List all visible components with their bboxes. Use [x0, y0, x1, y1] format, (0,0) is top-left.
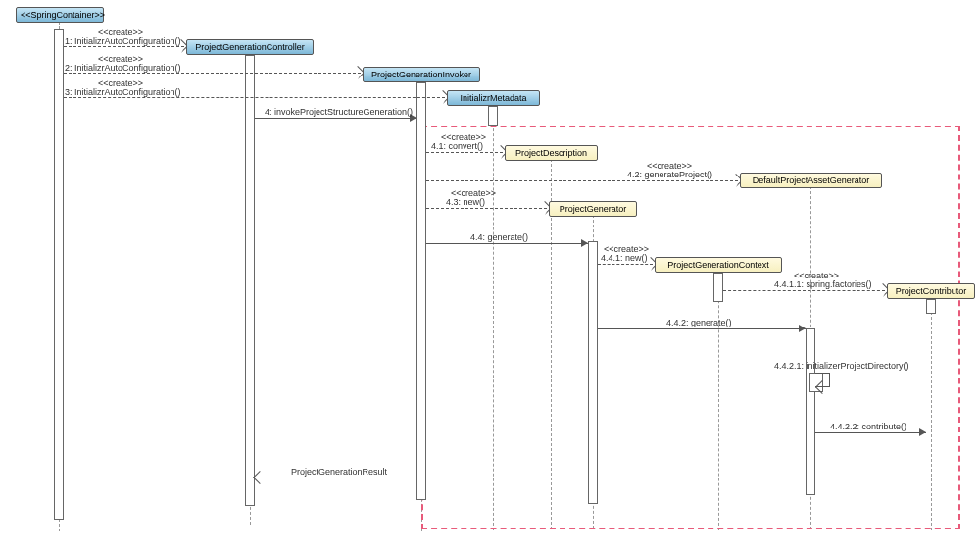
participant-label: ProjectGenerationInvoker	[371, 70, 471, 79]
participant-label: ProjectGenerator	[560, 204, 627, 214]
activation	[416, 82, 426, 500]
arrow-icon	[581, 239, 588, 247]
label: ProjectGenerationResult	[291, 467, 387, 477]
arrow-icon	[799, 325, 806, 332]
label: 4.4.1: new()	[601, 253, 648, 263]
activation	[713, 273, 723, 302]
label: 4.4: generate()	[470, 232, 528, 242]
activation	[588, 241, 598, 504]
msg-create-2	[64, 73, 361, 74]
activation	[54, 29, 64, 520]
arrow-icon	[253, 471, 267, 484]
msg-4-4-2	[598, 328, 806, 329]
participant-label: DefaultProjectAssetGenerator	[753, 176, 870, 185]
participant-default-asset-gen: DefaultProjectAssetGenerator	[740, 173, 882, 188]
participant-project-description: ProjectDescription	[505, 145, 598, 161]
participant-pg-controller: ProjectGenerationController	[186, 39, 314, 55]
participant-label: InitializrMetadata	[460, 93, 526, 103]
label: 1: InitializrAutoConfiguration()	[65, 36, 181, 46]
label: 4.4.2: generate()	[666, 318, 732, 327]
participant-spring-container: <<SpringContainer>>	[16, 7, 104, 23]
msg-4-3	[426, 208, 547, 209]
activation	[806, 328, 815, 495]
activation	[488, 106, 498, 126]
msg-4-1	[426, 152, 503, 153]
participant-pg-context: ProjectGenerationContext	[655, 257, 782, 273]
label: 4.3: new()	[446, 197, 485, 207]
participant-label: ProjectGenerationContext	[667, 260, 769, 270]
msg-create-1	[64, 46, 184, 47]
msg-return	[255, 478, 416, 478]
msg-create-3	[64, 97, 445, 98]
participant-pg-invoker: ProjectGenerationInvoker	[363, 67, 480, 82]
msg-4-4-1-1	[723, 290, 885, 291]
label: 4.4.1.1: spring.factories()	[774, 279, 872, 289]
participant-project-contributor: ProjectContributor	[887, 283, 975, 299]
label: 4: invokeProjectStructureGeneration()	[265, 107, 413, 117]
label: 4.2: generateProject()	[627, 170, 712, 179]
label: 4.4.2.2: contribute()	[830, 422, 906, 431]
msg-4-2	[426, 180, 738, 181]
activation	[926, 299, 936, 314]
arrow-icon	[919, 428, 926, 436]
msg-4-4-2-2	[815, 432, 926, 433]
participant-project-generator: ProjectGenerator	[549, 201, 637, 217]
msg-4	[255, 118, 416, 119]
participant-label: <<SpringContainer>>	[21, 10, 105, 20]
sequence-diagram: <<SpringContainer>> ProjectGenerationCon…	[0, 0, 980, 554]
participant-label: ProjectContributor	[896, 286, 967, 296]
label: 2: InitializrAutoConfiguration()	[65, 63, 181, 73]
participant-initializr-metadata: InitializrMetadata	[447, 90, 540, 106]
msg-4-4	[426, 243, 588, 244]
label: 4.1: convert()	[431, 141, 483, 151]
label: 4.4.2.1: initializerProjectDirectory()	[774, 361, 909, 371]
activation	[245, 55, 255, 506]
participant-label: ProjectDescription	[515, 148, 587, 158]
label: 3: InitializrAutoConfiguration()	[65, 87, 181, 97]
participant-label: ProjectGenerationController	[195, 42, 305, 52]
